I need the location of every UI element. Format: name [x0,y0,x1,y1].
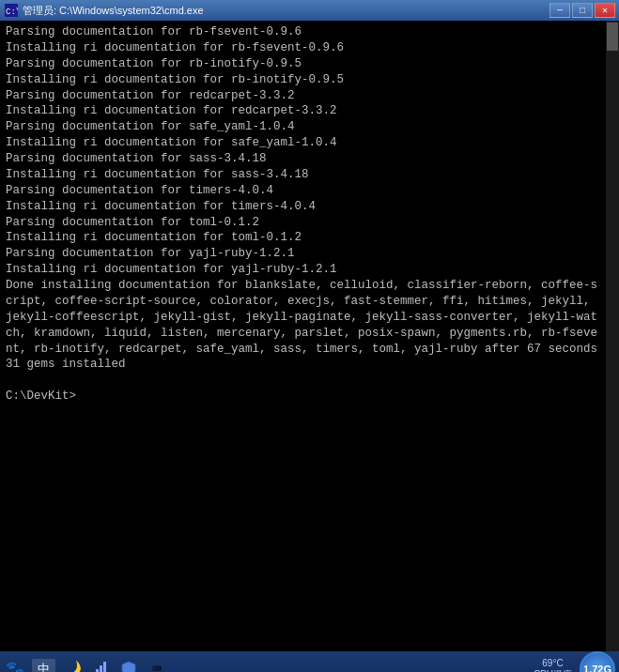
restore-button[interactable]: □ [572,3,593,18]
moon-icon[interactable]: 🌙 [61,658,84,672]
cpu-badge[interactable]: 1.72G [580,651,615,672]
keyboard-icon[interactable]: ⌨ [146,658,168,672]
minimize-button[interactable]: ─ [549,3,570,18]
taskbar: 🐾 中 🌙 ⌨ 69°C CPU温度 1.72G [0,651,619,672]
paw-icon[interactable]: 🐾 [4,658,26,672]
cmd-icon: C:\ [4,3,19,18]
taskbar-right: 69°C CPU温度 1.72G [534,651,615,672]
window-controls: ─ □ ✕ [549,3,615,18]
svg-rect-5 [103,662,106,672]
cpu-temperature: 69°C CPU温度 [534,658,572,672]
signal-icon[interactable] [89,658,112,672]
svg-text:C:\: C:\ [6,8,18,17]
scrollbar-thumb[interactable] [607,23,618,51]
console-output[interactable]: Parsing documentation for rb-fsevent-0.9… [0,21,606,651]
cpu-temp-value: 69°C [542,658,563,669]
taskbar-left: 🐾 中 🌙 ⌨ [4,658,168,672]
scrollbar[interactable] [606,21,619,651]
title-bar: C:\ 管理员: C:\Windows\system32\cmd.exe ─ □… [0,0,619,21]
title-text: 管理员: C:\Windows\system32\cmd.exe [23,4,549,18]
shield-icon[interactable] [117,658,140,672]
console-wrapper: Parsing documentation for rb-fsevent-0.9… [0,21,619,651]
svg-rect-4 [100,665,102,672]
close-button[interactable]: ✕ [595,3,615,18]
ime-button[interactable]: 中 [32,659,55,672]
